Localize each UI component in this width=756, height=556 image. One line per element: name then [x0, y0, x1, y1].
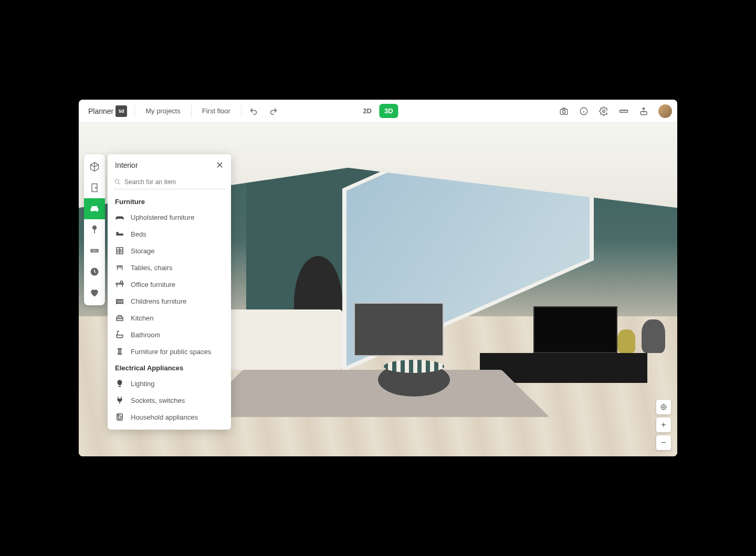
tool-3d-box[interactable] [84, 156, 105, 177]
view-mode-toggle: 2D 3D [358, 104, 398, 118]
vase-yellow [617, 329, 635, 353]
logo-text: Planner [88, 107, 113, 115]
catalog-item-label: Upholstered furniture [131, 213, 194, 221]
view-2d-button[interactable]: 2D [358, 104, 377, 118]
catalog-item-sockets[interactable]: Sockets, switches [108, 392, 231, 409]
desk-icon [115, 280, 124, 289]
catalog-item-label: Furniture for public spaces [131, 348, 211, 356]
left-toolbar: NEW [84, 154, 105, 305]
catalog-item-label: Sockets, switches [131, 397, 185, 404]
catalog-item-public[interactable]: Furniture for public spaces [108, 343, 231, 360]
svg-rect-13 [116, 217, 117, 220]
recenter-button[interactable] [656, 400, 671, 414]
catalog-item-label: Lighting [131, 380, 155, 388]
bed-icon [115, 229, 124, 239]
top-toolbar: Planner 5d My projects First floor 2D 3D [79, 100, 677, 123]
catalog-item-label: Tables, chairs [131, 264, 172, 272]
catalog-search-input[interactable] [113, 175, 226, 189]
tool-new[interactable]: NEW [84, 240, 105, 261]
undo-button[interactable] [245, 102, 264, 121]
catalog-item-label: Office furniture [131, 281, 175, 288]
tool-landscape[interactable] [84, 219, 105, 240]
gear-icon [599, 106, 608, 116]
catalog-item-kitchen[interactable]: Kitchen [108, 309, 231, 326]
catalog-item-bathroom[interactable]: Bathroom [108, 326, 231, 343]
svg-rect-12 [117, 217, 123, 219]
table-icon [115, 263, 124, 272]
tool-history[interactable] [84, 261, 105, 282]
camera-button[interactable] [554, 102, 573, 121]
svg-rect-19 [121, 281, 123, 283]
catalog-item-lighting[interactable]: Lighting [108, 375, 231, 392]
bulb-icon [115, 379, 124, 388]
catalog-item-beds[interactable]: Beds [108, 226, 231, 242]
catalog-panel: Interior ✕ Furniture Upholstered furnitu… [108, 154, 231, 430]
tool-door[interactable] [84, 177, 105, 198]
catalog-item-office[interactable]: Office furniture [108, 276, 231, 293]
info-button[interactable] [574, 102, 593, 121]
catalog-search-wrap [113, 175, 226, 189]
svg-rect-15 [116, 233, 123, 236]
tool-interior[interactable] [84, 198, 105, 219]
toolbar-right [554, 102, 672, 121]
catalog-item-appliances[interactable]: Household appliances [108, 409, 231, 425]
svg-point-23 [118, 416, 121, 419]
appliance-icon [115, 412, 124, 422]
cube-icon [89, 162, 100, 172]
catalog-item-label: Bathroom [131, 331, 160, 339]
svg-rect-4 [620, 110, 628, 112]
svg-point-7 [96, 187, 97, 188]
catalog-item-tables[interactable]: Tables, chairs [108, 259, 231, 276]
view-3d-button[interactable]: 3D [379, 104, 398, 118]
locate-icon [660, 403, 667, 411]
new-badge-icon: NEW [89, 245, 100, 256]
svg-rect-14 [122, 217, 123, 220]
share-button[interactable] [634, 102, 653, 121]
my-projects-button[interactable]: My projects [138, 104, 187, 118]
info-icon [579, 106, 589, 116]
svg-point-25 [663, 406, 665, 408]
undo-icon [249, 106, 259, 116]
redo-button[interactable] [264, 102, 282, 121]
catalog-item-upholstered[interactable]: Upholstered furniture [108, 209, 231, 226]
app-logo[interactable]: Planner 5d [84, 105, 131, 117]
canvas-3d-viewport[interactable]: NEW Interior ✕ Furniture Upholstered fur… [79, 123, 677, 456]
plug-icon [115, 395, 124, 405]
separator [241, 105, 242, 117]
svg-point-24 [118, 415, 119, 416]
catalog-item-label: Storage [131, 247, 155, 255]
floor-selector[interactable]: First floor [195, 104, 238, 118]
catalog-item-storage[interactable]: Storage [108, 242, 231, 259]
kitchen-icon [115, 313, 124, 323]
svg-point-3 [603, 110, 605, 112]
settings-button[interactable] [594, 102, 613, 121]
catalog-header: Interior ✕ [108, 161, 231, 175]
crib-icon [115, 296, 124, 306]
column-icon [115, 347, 124, 356]
sofa-icon [115, 212, 124, 222]
door-icon [89, 183, 100, 193]
catalog-item-childrens[interactable]: Childrens furniture [108, 293, 231, 309]
svg-rect-16 [116, 232, 119, 233]
catalog-close-button[interactable]: ✕ [216, 161, 224, 170]
separator [191, 105, 192, 117]
sofa-icon [89, 204, 100, 214]
user-avatar[interactable] [658, 104, 672, 118]
svg-point-1 [562, 110, 565, 113]
zoom-out-button[interactable]: − [656, 435, 671, 450]
svg-point-11 [115, 179, 119, 183]
heart-icon [89, 287, 100, 298]
catalog-item-label: Beds [131, 230, 146, 238]
sideboard-cabinet [354, 303, 444, 356]
tool-favorites[interactable] [84, 282, 105, 303]
zoom-in-button[interactable]: + [656, 418, 671, 432]
television [533, 306, 617, 353]
tree-icon [89, 224, 100, 235]
catalog-item-label: Childrens furniture [131, 297, 186, 305]
catalog-section-heading: Furniture [108, 194, 231, 209]
ruler-button[interactable] [614, 102, 633, 121]
area-rug [195, 370, 550, 417]
catalog-item-label: Kitchen [131, 314, 153, 322]
svg-text:NEW: NEW [91, 249, 98, 252]
vase-dark [642, 319, 666, 353]
